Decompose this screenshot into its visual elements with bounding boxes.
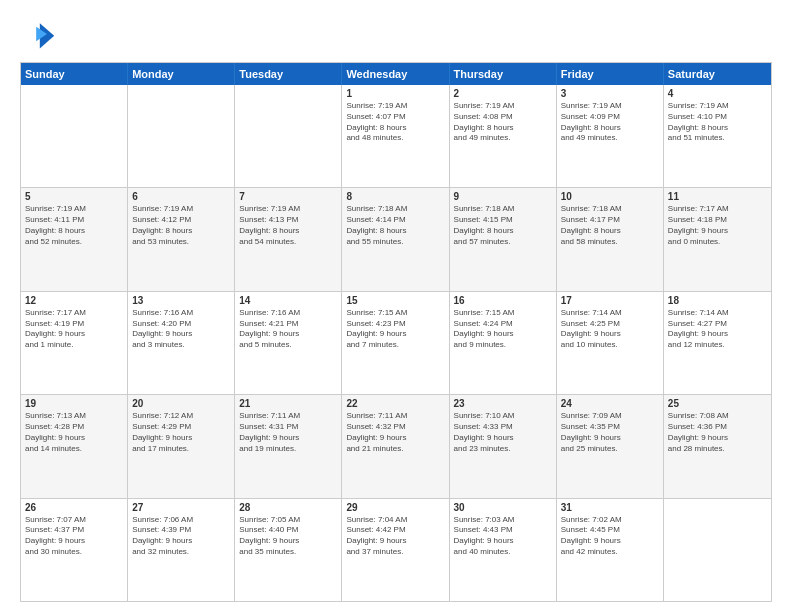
cell-info: Sunrise: 7:14 AM Sunset: 4:25 PM Dayligh… (561, 308, 659, 351)
cell-info: Sunrise: 7:12 AM Sunset: 4:29 PM Dayligh… (132, 411, 230, 454)
calendar-cell: 3Sunrise: 7:19 AM Sunset: 4:09 PM Daylig… (557, 85, 664, 187)
weekday-header-monday: Monday (128, 63, 235, 85)
day-number: 22 (346, 398, 444, 409)
cell-info: Sunrise: 7:15 AM Sunset: 4:24 PM Dayligh… (454, 308, 552, 351)
cell-info: Sunrise: 7:18 AM Sunset: 4:14 PM Dayligh… (346, 204, 444, 247)
calendar-cell: 14Sunrise: 7:16 AM Sunset: 4:21 PM Dayli… (235, 292, 342, 394)
day-number: 11 (668, 191, 767, 202)
day-number: 27 (132, 502, 230, 513)
cell-info: Sunrise: 7:17 AM Sunset: 4:19 PM Dayligh… (25, 308, 123, 351)
cell-info: Sunrise: 7:02 AM Sunset: 4:45 PM Dayligh… (561, 515, 659, 558)
calendar-row-1: 5Sunrise: 7:19 AM Sunset: 4:11 PM Daylig… (21, 188, 771, 291)
calendar-cell (664, 499, 771, 601)
cell-info: Sunrise: 7:10 AM Sunset: 4:33 PM Dayligh… (454, 411, 552, 454)
calendar-cell: 21Sunrise: 7:11 AM Sunset: 4:31 PM Dayli… (235, 395, 342, 497)
calendar-cell: 8Sunrise: 7:18 AM Sunset: 4:14 PM Daylig… (342, 188, 449, 290)
cell-info: Sunrise: 7:11 AM Sunset: 4:32 PM Dayligh… (346, 411, 444, 454)
day-number: 17 (561, 295, 659, 306)
day-number: 6 (132, 191, 230, 202)
cell-info: Sunrise: 7:11 AM Sunset: 4:31 PM Dayligh… (239, 411, 337, 454)
cell-info: Sunrise: 7:18 AM Sunset: 4:15 PM Dayligh… (454, 204, 552, 247)
calendar-cell: 13Sunrise: 7:16 AM Sunset: 4:20 PM Dayli… (128, 292, 235, 394)
cell-info: Sunrise: 7:16 AM Sunset: 4:21 PM Dayligh… (239, 308, 337, 351)
logo (20, 16, 60, 52)
day-number: 25 (668, 398, 767, 409)
day-number: 28 (239, 502, 337, 513)
day-number: 1 (346, 88, 444, 99)
calendar-cell: 23Sunrise: 7:10 AM Sunset: 4:33 PM Dayli… (450, 395, 557, 497)
cell-info: Sunrise: 7:19 AM Sunset: 4:09 PM Dayligh… (561, 101, 659, 144)
cell-info: Sunrise: 7:07 AM Sunset: 4:37 PM Dayligh… (25, 515, 123, 558)
cell-info: Sunrise: 7:19 AM Sunset: 4:08 PM Dayligh… (454, 101, 552, 144)
cell-info: Sunrise: 7:03 AM Sunset: 4:43 PM Dayligh… (454, 515, 552, 558)
day-number: 8 (346, 191, 444, 202)
day-number: 14 (239, 295, 337, 306)
cell-info: Sunrise: 7:09 AM Sunset: 4:35 PM Dayligh… (561, 411, 659, 454)
page: SundayMondayTuesdayWednesdayThursdayFrid… (0, 0, 792, 612)
cell-info: Sunrise: 7:19 AM Sunset: 4:11 PM Dayligh… (25, 204, 123, 247)
cell-info: Sunrise: 7:19 AM Sunset: 4:12 PM Dayligh… (132, 204, 230, 247)
day-number: 10 (561, 191, 659, 202)
cell-info: Sunrise: 7:15 AM Sunset: 4:23 PM Dayligh… (346, 308, 444, 351)
day-number: 20 (132, 398, 230, 409)
calendar-cell: 18Sunrise: 7:14 AM Sunset: 4:27 PM Dayli… (664, 292, 771, 394)
cell-info: Sunrise: 7:08 AM Sunset: 4:36 PM Dayligh… (668, 411, 767, 454)
day-number: 19 (25, 398, 123, 409)
day-number: 3 (561, 88, 659, 99)
calendar-cell: 27Sunrise: 7:06 AM Sunset: 4:39 PM Dayli… (128, 499, 235, 601)
calendar-cell (235, 85, 342, 187)
calendar-cell: 30Sunrise: 7:03 AM Sunset: 4:43 PM Dayli… (450, 499, 557, 601)
cell-info: Sunrise: 7:17 AM Sunset: 4:18 PM Dayligh… (668, 204, 767, 247)
weekday-header-sunday: Sunday (21, 63, 128, 85)
cell-info: Sunrise: 7:18 AM Sunset: 4:17 PM Dayligh… (561, 204, 659, 247)
calendar-cell (21, 85, 128, 187)
calendar-cell: 4Sunrise: 7:19 AM Sunset: 4:10 PM Daylig… (664, 85, 771, 187)
calendar: SundayMondayTuesdayWednesdayThursdayFrid… (20, 62, 772, 602)
calendar-cell: 1Sunrise: 7:19 AM Sunset: 4:07 PM Daylig… (342, 85, 449, 187)
calendar-cell: 6Sunrise: 7:19 AM Sunset: 4:12 PM Daylig… (128, 188, 235, 290)
weekday-header-thursday: Thursday (450, 63, 557, 85)
calendar-cell (128, 85, 235, 187)
calendar-cell: 20Sunrise: 7:12 AM Sunset: 4:29 PM Dayli… (128, 395, 235, 497)
weekday-header-tuesday: Tuesday (235, 63, 342, 85)
calendar-cell: 17Sunrise: 7:14 AM Sunset: 4:25 PM Dayli… (557, 292, 664, 394)
day-number: 15 (346, 295, 444, 306)
calendar-cell: 9Sunrise: 7:18 AM Sunset: 4:15 PM Daylig… (450, 188, 557, 290)
weekday-header-friday: Friday (557, 63, 664, 85)
calendar-cell: 15Sunrise: 7:15 AM Sunset: 4:23 PM Dayli… (342, 292, 449, 394)
day-number: 2 (454, 88, 552, 99)
cell-info: Sunrise: 7:05 AM Sunset: 4:40 PM Dayligh… (239, 515, 337, 558)
calendar-cell: 29Sunrise: 7:04 AM Sunset: 4:42 PM Dayli… (342, 499, 449, 601)
day-number: 12 (25, 295, 123, 306)
calendar-row-3: 19Sunrise: 7:13 AM Sunset: 4:28 PM Dayli… (21, 395, 771, 498)
calendar-cell: 31Sunrise: 7:02 AM Sunset: 4:45 PM Dayli… (557, 499, 664, 601)
header (20, 16, 772, 52)
cell-info: Sunrise: 7:16 AM Sunset: 4:20 PM Dayligh… (132, 308, 230, 351)
cell-info: Sunrise: 7:19 AM Sunset: 4:10 PM Dayligh… (668, 101, 767, 144)
calendar-row-4: 26Sunrise: 7:07 AM Sunset: 4:37 PM Dayli… (21, 499, 771, 601)
day-number: 13 (132, 295, 230, 306)
calendar-cell: 26Sunrise: 7:07 AM Sunset: 4:37 PM Dayli… (21, 499, 128, 601)
calendar-cell: 5Sunrise: 7:19 AM Sunset: 4:11 PM Daylig… (21, 188, 128, 290)
day-number: 29 (346, 502, 444, 513)
calendar-cell: 10Sunrise: 7:18 AM Sunset: 4:17 PM Dayli… (557, 188, 664, 290)
calendar-cell: 22Sunrise: 7:11 AM Sunset: 4:32 PM Dayli… (342, 395, 449, 497)
day-number: 9 (454, 191, 552, 202)
cell-info: Sunrise: 7:19 AM Sunset: 4:13 PM Dayligh… (239, 204, 337, 247)
calendar-header: SundayMondayTuesdayWednesdayThursdayFrid… (21, 63, 771, 85)
calendar-row-2: 12Sunrise: 7:17 AM Sunset: 4:19 PM Dayli… (21, 292, 771, 395)
calendar-cell: 11Sunrise: 7:17 AM Sunset: 4:18 PM Dayli… (664, 188, 771, 290)
cell-info: Sunrise: 7:19 AM Sunset: 4:07 PM Dayligh… (346, 101, 444, 144)
day-number: 7 (239, 191, 337, 202)
calendar-cell: 7Sunrise: 7:19 AM Sunset: 4:13 PM Daylig… (235, 188, 342, 290)
day-number: 24 (561, 398, 659, 409)
weekday-header-wednesday: Wednesday (342, 63, 449, 85)
day-number: 21 (239, 398, 337, 409)
day-number: 16 (454, 295, 552, 306)
calendar-cell: 24Sunrise: 7:09 AM Sunset: 4:35 PM Dayli… (557, 395, 664, 497)
cell-info: Sunrise: 7:14 AM Sunset: 4:27 PM Dayligh… (668, 308, 767, 351)
calendar-row-0: 1Sunrise: 7:19 AM Sunset: 4:07 PM Daylig… (21, 85, 771, 188)
day-number: 4 (668, 88, 767, 99)
calendar-body: 1Sunrise: 7:19 AM Sunset: 4:07 PM Daylig… (21, 85, 771, 601)
logo-icon (20, 16, 56, 52)
